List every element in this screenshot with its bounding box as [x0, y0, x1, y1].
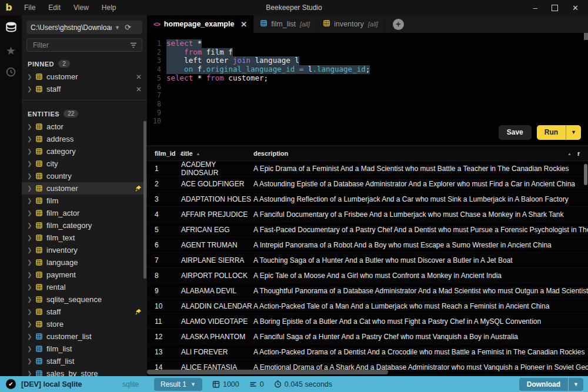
table-row[interactable]: 5AFRICAN EGGA Fast-Paced Documentary of …: [147, 222, 588, 237]
unpin-icon[interactable]: ✕: [136, 85, 142, 93]
entity-item-staff_list[interactable]: ❯staff_list: [22, 355, 147, 367]
chevron-right-icon[interactable]: ❯: [27, 259, 32, 266]
table-row[interactable]: 13ALI FOREVERA Action-Packed Drama of a …: [147, 344, 588, 360]
chevron-right-icon[interactable]: ❯: [27, 86, 32, 92]
download-button[interactable]: Download ▼: [519, 378, 583, 391]
entity-item-film[interactable]: ❯film: [22, 195, 147, 207]
entity-filter[interactable]: [26, 38, 142, 52]
result-selector[interactable]: Result 1 ▼: [154, 378, 202, 391]
menu-help[interactable]: Help: [95, 0, 123, 15]
column-header-title[interactable]: title ▲: [181, 150, 253, 157]
entity-item-inventory[interactable]: ❯inventory: [22, 244, 147, 256]
chevron-right-icon[interactable]: ❯: [27, 222, 32, 229]
column-header-partial[interactable]: r: [577, 150, 588, 157]
table-row[interactable]: 12ALASKA PHANTOMA Fanciful Saga of a Hun…: [147, 329, 588, 344]
chevron-right-icon[interactable]: ❯: [27, 234, 32, 241]
pin-icon[interactable]: [135, 185, 142, 192]
entity-item-actor[interactable]: ❯actor: [22, 120, 147, 133]
table-row[interactable]: 15ALIEN CENTERA Brilliant Drama of a Cat…: [147, 375, 588, 376]
pin-icon[interactable]: [135, 309, 142, 315]
table-row[interactable]: 7AIRPLANE SIERRAA Touching Saga of a Hun…: [147, 253, 588, 268]
unpin-icon[interactable]: ✕: [136, 73, 142, 81]
chevron-right-icon[interactable]: ❯: [27, 210, 32, 216]
maximize-button[interactable]: [552, 5, 558, 11]
chevron-right-icon[interactable]: ❯: [27, 346, 32, 352]
chevron-right-icon[interactable]: ❯: [27, 309, 32, 315]
minimize-button[interactable]: –: [533, 4, 537, 12]
entity-item-address[interactable]: ❯address: [22, 133, 147, 145]
new-tab-button[interactable]: +: [393, 19, 404, 30]
chevron-right-icon[interactable]: ❯: [27, 358, 32, 364]
entity-item-city[interactable]: ❯city: [22, 158, 147, 170]
entity-item-customer_list[interactable]: ❯customer_list: [22, 330, 147, 343]
chevron-right-icon[interactable]: ❯: [27, 321, 32, 327]
sort-asc-icon[interactable]: ▲: [196, 152, 201, 156]
connection-name[interactable]: [DEV] local Sqlite: [21, 380, 82, 388]
chevron-right-icon[interactable]: ❯: [27, 296, 32, 303]
chevron-right-icon[interactable]: ❯: [27, 160, 32, 167]
chevron-right-icon[interactable]: ❯: [27, 272, 32, 278]
entity-item-rental[interactable]: ❯rental: [22, 281, 147, 293]
close-button[interactable]: ✕: [572, 4, 579, 12]
download-options-caret-icon[interactable]: ▼: [569, 379, 583, 390]
favorites-star-icon[interactable]: ★: [6, 45, 16, 56]
filter-input[interactable]: [32, 41, 126, 50]
entity-item-customer[interactable]: ❯customer: [22, 182, 147, 195]
entity-item-film_text[interactable]: ❯film_text: [22, 232, 147, 244]
table-row[interactable]: 10ALADDIN CALENDARA Action-Packed Tale o…: [147, 299, 588, 314]
sql-editor[interactable]: 1select *2 from film f3 left outer join …: [147, 33, 588, 145]
chevron-right-icon[interactable]: ❯: [27, 333, 32, 340]
close-tab-icon[interactable]: ✕: [240, 20, 247, 29]
table-row[interactable]: 4AFFAIR PREJUDICEA Fanciful Documentary …: [147, 207, 588, 222]
horizontal-scrollbar[interactable]: [147, 370, 388, 374]
tab-inventory[interactable]: inventory[all]: [317, 15, 385, 33]
entity-item-payment[interactable]: ❯payment: [22, 269, 147, 281]
entity-item-sales_by_store[interactable]: ❯sales_by_store: [22, 367, 147, 376]
tab-homepage_example[interactable]: <>homepage_example✕: [147, 15, 254, 33]
column-header-description[interactable]: description ▲: [253, 150, 577, 157]
run-options-caret-icon[interactable]: ▼: [566, 125, 581, 140]
column-header-film-id[interactable]: film_id ▲: [147, 150, 181, 157]
database-path-selector[interactable]: C:\Users\ghstng\Downloads ▼ ⟳: [26, 21, 142, 34]
pinned-item-staff[interactable]: ❯staff✕: [22, 83, 147, 95]
menu-file[interactable]: File: [18, 0, 42, 15]
chevron-right-icon[interactable]: ❯: [27, 123, 32, 130]
sidebar-scrollbar[interactable]: [143, 121, 146, 279]
chevron-right-icon[interactable]: ❯: [27, 185, 32, 192]
table-row[interactable]: 3ADAPTATION HOLESA Astounding Reflection…: [147, 192, 588, 207]
chevron-right-icon[interactable]: ❯: [27, 284, 32, 290]
entity-item-category[interactable]: ❯category: [22, 145, 147, 158]
vertical-scrollbar[interactable]: [584, 164, 587, 185]
entity-item-staff[interactable]: ❯staff: [22, 306, 147, 318]
save-button[interactable]: Save: [499, 125, 532, 140]
run-button[interactable]: Run ▼: [537, 125, 581, 140]
entity-item-language[interactable]: ❯language: [22, 256, 147, 269]
chevron-right-icon[interactable]: ❯: [27, 148, 32, 155]
download-button-label[interactable]: Download: [519, 378, 569, 391]
table-row[interactable]: 9ALABAMA DEVILA Thoughtful Panorama of a…: [147, 283, 588, 299]
chevron-right-icon[interactable]: ❯: [27, 73, 32, 80]
entity-item-film_list[interactable]: ❯film_list: [22, 343, 147, 355]
chevron-right-icon[interactable]: ❯: [27, 136, 32, 142]
entity-item-store[interactable]: ❯store: [22, 318, 147, 330]
chevron-right-icon[interactable]: ❯: [27, 197, 32, 204]
entity-item-country[interactable]: ❯country: [22, 170, 147, 182]
run-button-label[interactable]: Run: [537, 125, 566, 140]
sort-asc-icon[interactable]: ▲: [567, 152, 572, 156]
table-row[interactable]: 11ALAMO VIDEOTAPEA Boring Epistle of a B…: [147, 314, 588, 329]
chevron-right-icon[interactable]: ❯: [27, 173, 32, 179]
pinned-item-customer[interactable]: ❯customer✕: [22, 71, 147, 83]
entity-item-film_actor[interactable]: ❯film_actor: [22, 207, 147, 219]
entity-item-film_category[interactable]: ❯film_category: [22, 219, 147, 232]
database-icon[interactable]: [5, 21, 18, 35]
history-icon[interactable]: [5, 66, 16, 80]
chevron-right-icon[interactable]: ❯: [27, 247, 32, 253]
refresh-icon[interactable]: ⟳: [125, 23, 131, 32]
editor-scrollbar[interactable]: [584, 33, 588, 40]
menu-view[interactable]: View: [67, 0, 95, 15]
menu-edit[interactable]: Edit: [42, 0, 67, 15]
chevron-right-icon[interactable]: ❯: [27, 370, 32, 376]
tab-film_list[interactable]: film_list[all]: [254, 15, 317, 33]
table-row[interactable]: 1ACADEMY DINOSAURA Epic Drama of a Femin…: [147, 161, 588, 176]
table-row[interactable]: 2ACE GOLDFINGERA Astounding Epistle of a…: [147, 176, 588, 192]
